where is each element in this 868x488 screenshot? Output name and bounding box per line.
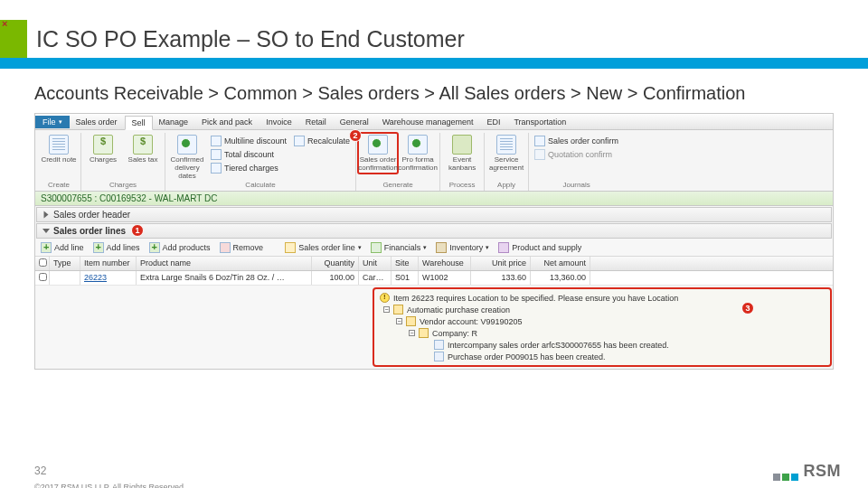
- chevron-down-icon: ▾: [423, 244, 427, 251]
- group-journals: Sales order confirm Quotation confirm Jo…: [529, 133, 624, 191]
- info-company: Company: R: [432, 329, 477, 338]
- slide-title: IC SO PO Example – SO to End Customer: [27, 20, 868, 58]
- info-po: Purchase order P009015 has been created.: [448, 352, 606, 361]
- chevron-down-icon: ▾: [59, 118, 62, 126]
- total-discount-button[interactable]: Total discount: [209, 148, 288, 161]
- tree-toggle[interactable]: −: [409, 330, 415, 336]
- sales-order-line-menu[interactable]: Sales order line▾: [283, 241, 363, 254]
- infolog-panel: 3 Item 26223 requires Location to be spe…: [373, 287, 832, 367]
- tab-transport[interactable]: Transportation: [507, 116, 573, 128]
- tab-sell[interactable]: Sell: [125, 116, 153, 130]
- row-checkbox[interactable]: [39, 273, 47, 281]
- recalculate-button[interactable]: Recalculate: [292, 135, 352, 147]
- tab-invoice[interactable]: Invoice: [259, 116, 299, 128]
- expand-icon: [42, 229, 50, 233]
- confirmed-dates-button[interactable]: Confirmed delivery dates: [169, 135, 205, 180]
- tiered-charges-button[interactable]: Tiered charges: [209, 162, 288, 174]
- tab-edi[interactable]: EDI: [480, 116, 507, 128]
- info-vendor: Vendor account: V99190205: [420, 317, 523, 326]
- add-products-button[interactable]: Add products: [147, 241, 212, 254]
- inventory-menu[interactable]: Inventory▾: [434, 241, 491, 254]
- folder-icon: [419, 328, 429, 338]
- expand-icon: [44, 211, 49, 219]
- grid-header: TypeItem numberProduct nameQuantityUnitS…: [35, 257, 833, 271]
- add-line-button[interactable]: Add line: [39, 241, 86, 254]
- group-generate: 2 Sales order confirmation Pro forma con…: [356, 133, 440, 191]
- callout-badge-2: 2: [349, 129, 362, 142]
- divider-bar: [0, 58, 868, 69]
- info-ic-so: Intercompany sales order arfcS300007655 …: [448, 341, 669, 350]
- tab-pick-pack[interactable]: Pick and pack: [195, 116, 259, 128]
- group-calculate: Confirmed delivery dates Multiline disco…: [165, 133, 356, 191]
- group-create: Credit note Create: [37, 133, 81, 191]
- info-warning: Item 26223 requires Location to be speci…: [393, 294, 678, 303]
- slide-footer: 32 ©2017 RSM US LLP. All Rights Reserved…: [34, 465, 186, 488]
- rsm-logo: RSM: [773, 462, 842, 481]
- event-kanbans-button[interactable]: Event kanbans: [444, 135, 480, 172]
- grid-row[interactable]: 26223Extra Large Snails 6 Doz/Tin 28 Oz.…: [35, 271, 833, 286]
- document-icon: [434, 352, 444, 361]
- proforma-confirmation-button[interactable]: Pro forma confirmation: [400, 135, 436, 172]
- charges-button[interactable]: Charges: [85, 135, 121, 164]
- section-header[interactable]: Sales order header: [36, 207, 832, 222]
- callout-badge-3: 3: [741, 302, 754, 314]
- add-lines-button[interactable]: Add lines: [91, 241, 142, 254]
- so-confirmation-button[interactable]: Sales order confirmation: [360, 135, 396, 172]
- product-supply-menu[interactable]: Product and supply: [496, 241, 583, 254]
- select-all-checkbox[interactable]: [39, 258, 47, 267]
- tree-toggle[interactable]: −: [396, 318, 402, 324]
- group-process: Event kanbans Process: [440, 133, 485, 191]
- tree-toggle[interactable]: −: [383, 306, 390, 313]
- copyright: ©2017 RSM US LLP. All Rights Reserved.: [34, 483, 186, 488]
- record-title: S300007655 : C00169532 - WAL-MART DC: [35, 192, 833, 206]
- folder-icon: [406, 316, 416, 326]
- financials-menu[interactable]: Financials▾: [369, 241, 429, 254]
- document-icon: [434, 340, 444, 350]
- tab-retail[interactable]: Retail: [299, 116, 334, 128]
- info-auto-purchase: Automatic purchase creation: [407, 305, 510, 314]
- tab-manage[interactable]: Manage: [153, 116, 196, 128]
- chevron-down-icon: ▾: [486, 244, 489, 251]
- multiline-discount-button[interactable]: Multiline discount: [209, 135, 288, 147]
- journal-so-confirm-button[interactable]: Sales order confirm: [533, 135, 620, 147]
- tab-sales-order[interactable]: Sales order: [70, 116, 125, 128]
- screenshot-frame: File▾ Sales order Sell Manage Pick and p…: [34, 113, 834, 370]
- ribbon-tabs: File▾ Sales order Sell Manage Pick and p…: [35, 114, 833, 130]
- page-number: 32: [34, 465, 186, 477]
- lines-toolbar: Add line Add lines Add products Remove S…: [35, 239, 833, 257]
- file-menu[interactable]: File▾: [35, 116, 70, 128]
- breadcrumb: Accounts Receivable > Common > Sales ord…: [0, 69, 868, 113]
- warning-icon: [380, 293, 390, 303]
- tab-general[interactable]: General: [334, 116, 376, 128]
- remove-button[interactable]: Remove: [218, 241, 266, 254]
- chevron-down-icon: ▾: [358, 244, 362, 251]
- ribbon-body: Credit note Create Charges Sales tax Cha…: [35, 130, 833, 192]
- service-agreement-button[interactable]: Service agreement: [488, 135, 524, 172]
- credit-note-button[interactable]: Credit note: [41, 135, 77, 164]
- folder-icon: [393, 305, 403, 314]
- group-apply: Service agreement Apply: [485, 133, 529, 191]
- tab-warehouse[interactable]: Warehouse management: [376, 116, 481, 128]
- sales-tax-button[interactable]: Sales tax: [125, 135, 161, 164]
- section-lines[interactable]: Sales order lines 1: [36, 223, 832, 239]
- callout-badge-1: 1: [131, 224, 144, 237]
- journal-quote-confirm-button[interactable]: Quotation confirm: [533, 148, 620, 161]
- group-charges: Charges Sales tax Charges: [81, 133, 165, 191]
